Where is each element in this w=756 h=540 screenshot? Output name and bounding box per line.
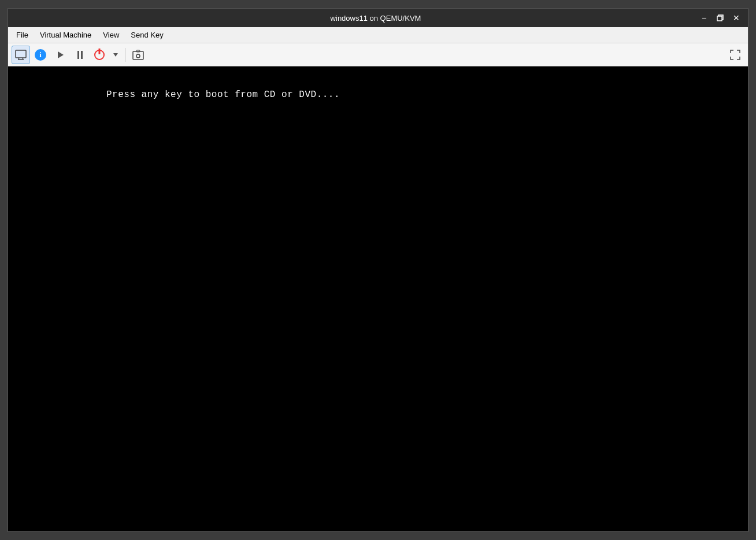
svg-point-7 xyxy=(136,54,140,58)
screenshot-button[interactable] xyxy=(129,46,147,64)
toolbar: i xyxy=(8,43,748,66)
monitor-button[interactable] xyxy=(12,46,30,64)
play-button[interactable] xyxy=(51,46,69,64)
window-title: windows11 on QEMU/KVM xyxy=(54,14,697,23)
close-button[interactable]: ✕ xyxy=(729,11,743,25)
info-button[interactable]: i xyxy=(31,46,50,64)
info-icon: i xyxy=(35,49,46,61)
svg-rect-5 xyxy=(133,51,143,59)
svg-rect-1 xyxy=(16,50,26,58)
vm-screen[interactable]: Press any key to boot from CD or DVD.... xyxy=(8,66,748,531)
play-icon xyxy=(58,51,64,58)
svg-rect-0 xyxy=(717,16,722,21)
restore-button[interactable] xyxy=(713,11,727,25)
minimize-button[interactable]: − xyxy=(697,11,711,25)
menu-send-key[interactable]: Send Key xyxy=(125,28,169,42)
dropdown-icon xyxy=(113,53,118,57)
power-dropdown-button[interactable] xyxy=(110,46,121,64)
toolbar-separator xyxy=(125,48,125,62)
menu-virtual-machine[interactable]: Virtual Machine xyxy=(34,28,97,42)
power-icon xyxy=(94,50,105,60)
boot-message: Press any key to boot from CD or DVD.... xyxy=(106,90,340,100)
fullscreen-button[interactable] xyxy=(726,46,744,64)
menu-bar: File Virtual Machine View Send Key xyxy=(8,27,748,43)
title-bar-controls: − ✕ xyxy=(697,11,743,25)
main-window: windows11 on QEMU/KVM − ✕ File Virtual M… xyxy=(8,8,748,532)
menu-file[interactable]: File xyxy=(10,28,34,42)
power-button[interactable] xyxy=(90,46,109,64)
pause-button[interactable] xyxy=(71,46,89,64)
title-bar: windows11 on QEMU/KVM − ✕ xyxy=(8,9,748,27)
menu-view[interactable]: View xyxy=(97,28,125,42)
pause-icon xyxy=(77,51,83,59)
